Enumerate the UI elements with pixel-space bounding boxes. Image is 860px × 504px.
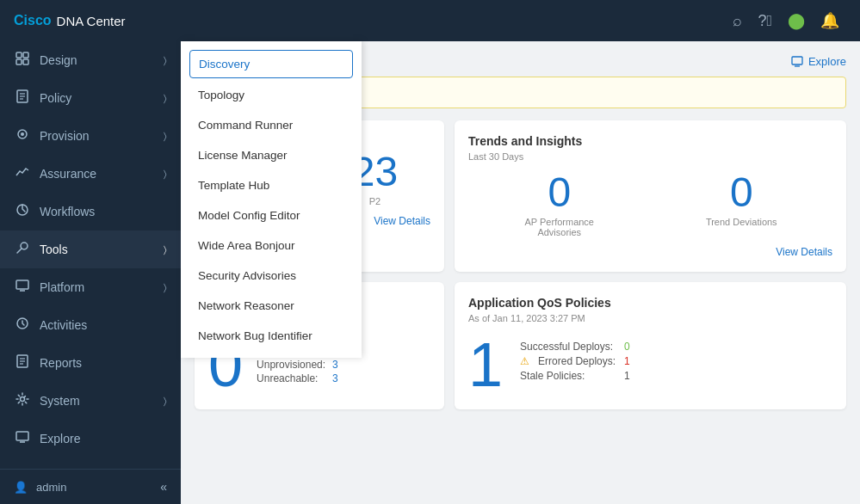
trends-numbers: 0 AP Performance Advisories 0 Trend Devi…	[468, 172, 832, 237]
qos-card: Application QoS Policies As of Jan 11, 2…	[455, 282, 846, 409]
devices-unreachable-value: 3	[332, 372, 338, 384]
svg-rect-21	[792, 57, 802, 65]
sidebar-item-design-label: Design	[40, 53, 155, 67]
warn-icon: ⚠	[520, 355, 529, 367]
sidebar-item-platform[interactable]: Platform 〉	[0, 268, 181, 306]
svg-rect-1	[23, 52, 28, 58]
dropdown-item-license-manager[interactable]: License Manager	[181, 140, 362, 170]
svg-rect-11	[16, 280, 28, 289]
tools-dropdown: Discovery Topology Command Runner Licens…	[181, 41, 362, 358]
dropdown-item-topology[interactable]: Topology	[181, 80, 362, 110]
sidebar-item-policy-label: Policy	[40, 91, 155, 105]
sidebar-item-reports-label: Reports	[40, 356, 167, 370]
qos-successful-value: 0	[624, 341, 630, 353]
provision-icon	[14, 127, 31, 144]
trends-deviation-label: Trend Deviations	[651, 217, 833, 227]
top-navbar: Cisco DNA Center ⌕ ?⃝ ⬤ 🔔	[0, 0, 860, 41]
sidebar-item-workflows-label: Workflows	[40, 205, 167, 218]
search-icon[interactable]: ⌕	[733, 12, 742, 30]
trends-ap-value: 0	[468, 172, 651, 213]
sidebar-item-provision[interactable]: Provision 〉	[0, 117, 181, 155]
dropdown-item-discovery[interactable]: Discovery	[189, 50, 353, 78]
svg-rect-0	[16, 52, 22, 58]
policy-icon	[14, 89, 31, 107]
qos-stale: Stale Policies: 1	[520, 370, 630, 382]
assurance-icon	[14, 165, 31, 182]
user-icon: 👤	[14, 481, 28, 494]
sidebar-bottom: 👤 admin «	[0, 469, 181, 504]
workflows-icon	[14, 203, 31, 220]
explore-icon	[14, 430, 31, 447]
devices-unprovisioned-label: Unprovisioned:	[257, 359, 325, 371]
devices-unreachable-label: Unreachable:	[257, 372, 318, 384]
sidebar-item-assurance[interactable]: Assurance 〉	[0, 155, 181, 193]
sidebar-item-tools-label: Tools	[40, 243, 155, 256]
chevron-icon: 〉	[164, 282, 167, 293]
collapse-button[interactable]: «	[160, 480, 167, 494]
sidebar-item-platform-label: Platform	[40, 280, 155, 294]
dropdown-item-network-bug-identifier[interactable]: Network Bug Identifier	[181, 321, 362, 351]
sidebar: Design 〉 Policy 〉 Provision 〉 Assurance …	[0, 41, 181, 504]
sidebar-item-design[interactable]: Design 〉	[0, 41, 181, 79]
explore-label: Explore	[808, 55, 846, 68]
sidebar-item-activities[interactable]: Activities	[0, 306, 181, 344]
main-layout: Design 〉 Policy 〉 Provision 〉 Assurance …	[0, 41, 860, 504]
help-icon[interactable]: ?⃝	[758, 12, 772, 30]
tools-icon	[14, 241, 31, 258]
sidebar-item-reports[interactable]: Reports	[0, 344, 181, 382]
sidebar-item-explore-label: Explore	[40, 432, 167, 446]
issues-view-details-link[interactable]: View Details	[374, 215, 430, 227]
chevron-icon: 〉	[164, 55, 167, 66]
activities-icon	[14, 317, 31, 334]
qos-errored: ⚠ Errored Deploys: 1	[520, 355, 630, 367]
sidebar-item-provision-label: Provision	[40, 129, 155, 143]
system-icon	[14, 392, 31, 409]
dropdown-item-model-config-editor[interactable]: Model Config Editor	[181, 200, 362, 230]
logo-area: Cisco DNA Center	[0, 13, 181, 28]
design-icon	[14, 52, 31, 69]
dropdown-item-security-advisories[interactable]: Security Advisories	[181, 261, 362, 291]
trends-card: Trends and Insights Last 30 Days 0 AP Pe…	[455, 120, 846, 272]
devices-unprovisioned-value: 3	[332, 359, 338, 371]
trends-view-details-link[interactable]: View Details	[776, 246, 832, 258]
qos-card-title: Application QoS Policies	[468, 296, 832, 310]
svg-rect-2	[16, 59, 22, 65]
sidebar-item-system[interactable]: System 〉	[0, 382, 181, 420]
dropdown-item-wide-area-bonjour[interactable]: Wide Area Bonjour	[181, 230, 362, 261]
sidebar-item-workflows[interactable]: Workflows	[0, 193, 181, 230]
username: admin	[36, 481, 66, 494]
dropdown-item-command-runner[interactable]: Command Runner	[181, 110, 362, 140]
app-name: DNA Center	[57, 14, 126, 28]
chevron-icon: 〉	[164, 396, 167, 407]
trends-deviation-value: 0	[651, 172, 833, 213]
sidebar-item-activities-label: Activities	[40, 318, 167, 332]
qos-stale-label: Stale Policies:	[520, 370, 585, 382]
sidebar-item-explore[interactable]: Explore	[0, 420, 181, 458]
dropdown-item-network-reasoner[interactable]: Network Reasoner	[181, 291, 362, 321]
sidebar-item-policy[interactable]: Policy 〉	[0, 79, 181, 117]
explore-button[interactable]: Explore	[791, 55, 846, 68]
reports-icon	[14, 354, 31, 372]
sidebar-item-tools[interactable]: Tools 〉	[0, 230, 181, 268]
qos-stats: Successful Deploys: 0 ⚠ Errored Deploys:…	[520, 341, 630, 382]
trends-card-title: Trends and Insights	[468, 134, 832, 148]
qos-errored-label: ⚠ Errored Deploys:	[520, 355, 616, 367]
notifications-icon[interactable]: ⬤	[788, 11, 805, 30]
qos-big-number: 1	[468, 334, 503, 396]
chevron-icon: 〉	[164, 131, 167, 142]
trends-ap-block: 0 AP Performance Advisories	[468, 172, 651, 237]
devices-unreachable: Unreachable: 3	[257, 372, 338, 384]
dropdown-item-template-hub[interactable]: Template Hub	[181, 170, 362, 200]
chevron-icon: 〉	[164, 244, 167, 255]
sidebar-item-system-label: System	[40, 394, 155, 408]
svg-rect-19	[16, 432, 28, 440]
qos-successful-label: Successful Deploys:	[520, 341, 613, 353]
trends-ap-label: AP Performance Advisories	[468, 217, 651, 237]
qos-timestamp: As of Jan 11, 2023 3:27 PM	[468, 313, 832, 323]
cisco-logo: Cisco	[14, 13, 52, 28]
bell-icon[interactable]: 🔔	[820, 11, 839, 30]
trends-deviation-block: 0 Trend Deviations	[651, 172, 833, 237]
trends-subtitle: Last 30 Days	[468, 151, 832, 162]
sidebar-item-assurance-label: Assurance	[40, 167, 155, 181]
nav-icons: ⌕ ?⃝ ⬤ 🔔	[733, 11, 860, 30]
